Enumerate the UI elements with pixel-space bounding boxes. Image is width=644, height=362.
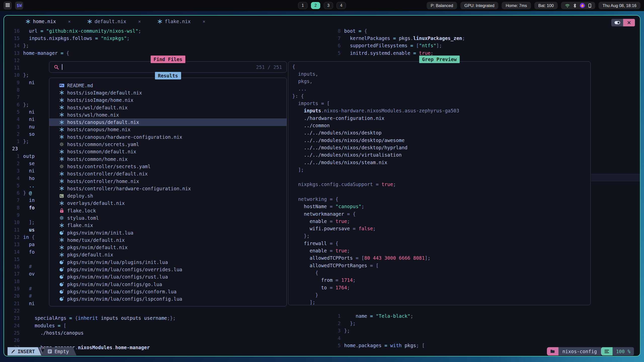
clock-pill: Thu Aug 08, 18:16 xyxy=(598,2,640,9)
find-files-search-box[interactable]: Find Files 251 / 251 xyxy=(49,61,287,73)
result-item[interactable]: README.md xyxy=(49,82,287,89)
right-editor-cursorline xyxy=(591,174,640,181)
code-line: 26 xyxy=(8,336,176,344)
nix-file-icon xyxy=(59,171,64,176)
preview-line: inputs.nixos-hardware.nixosModules.asus-… xyxy=(292,107,459,114)
lua-file-icon xyxy=(59,260,64,264)
preview-line: ./hardware-configuration.nix xyxy=(292,114,459,122)
close-window-button[interactable]: ✕ xyxy=(623,19,635,26)
nix-file-icon xyxy=(59,134,64,139)
right-editor-pane-bottom[interactable]: 1 name = "Tela-black";2 };3};45home.pack… xyxy=(334,312,425,349)
lua-file-icon xyxy=(59,297,64,301)
result-item[interactable]: pkgs/nvim/default.nix xyxy=(49,244,287,251)
result-item[interactable]: pkgs/default.nix xyxy=(49,251,287,258)
result-item[interactable]: pkgs/nvim/nvim/lua/configs/rust.lua xyxy=(49,273,287,281)
result-path: pkgs/nvim/nvim/lua/configs/go.lua xyxy=(67,282,162,287)
preview-line: ../../modules/nixos/desktop xyxy=(292,129,459,137)
nix-file-icon xyxy=(59,149,64,154)
nix-file-icon xyxy=(59,252,64,257)
nix-file-icon xyxy=(59,105,64,110)
term-file-icon xyxy=(59,194,64,198)
result-item[interactable]: hosts/controller/secrets.yaml xyxy=(49,163,287,170)
result-item[interactable]: flake.nix xyxy=(49,222,287,229)
result-item[interactable]: hosts/isoImage/home.nix xyxy=(49,97,287,104)
result-item[interactable]: hosts/isoImage/default.nix xyxy=(49,89,287,96)
result-item[interactable]: hosts/controller/default.nix xyxy=(49,170,287,177)
tab-default.nix[interactable]: default.nix✕ xyxy=(87,19,141,24)
result-item[interactable]: flake.lock xyxy=(49,207,287,214)
preview-line: allowedTCPPorts = [80 443 3000 6666 8081… xyxy=(292,254,459,262)
workspace-2[interactable]: 2 xyxy=(311,2,320,9)
code-line: 1 name = "Tela-black"; xyxy=(334,312,425,320)
result-item[interactable]: hosts/canopus/default.nix xyxy=(49,118,287,126)
nix-file-icon xyxy=(59,201,64,206)
result-item[interactable]: hosts/common/home.nix xyxy=(49,155,287,163)
bluetooth-icon xyxy=(573,4,576,8)
result-item[interactable]: pkgs/nvim/nvim/lua/configs/lspconfig.lua xyxy=(49,295,287,303)
mode-segment: INSERT xyxy=(8,347,42,355)
workspace-logo-button[interactable]: $W xyxy=(15,2,23,10)
result-path: flake.nix xyxy=(67,222,93,228)
result-item[interactable]: hosts/controller/hardware-configuration.… xyxy=(49,185,287,192)
result-path: hosts/controller/default.nix xyxy=(67,171,148,176)
find-files-title: Find Files xyxy=(150,56,185,63)
result-item[interactable]: pkgs/nvim/nvim/lua/plugins/init.lua xyxy=(49,258,287,266)
grep-preview-code: { inputs, pkgs, ...}: { imports = [ inpu… xyxy=(292,63,459,306)
preview-line: wifi.powersave = false; xyxy=(292,225,459,232)
result-item[interactable]: hosts/wsl/home.nix xyxy=(49,111,287,118)
editor-window: home.nix✕default.nix✕flake.nix✕ ✕ 16 url… xyxy=(4,15,640,356)
close-tab-icon[interactable]: ✕ xyxy=(203,19,205,24)
workspace-4[interactable]: 4 xyxy=(337,2,346,9)
close-tab-icon[interactable]: ✕ xyxy=(68,19,71,24)
search-icon xyxy=(54,65,59,70)
preview-line: }; xyxy=(292,232,459,240)
results-list: README.mdhosts/isoImage/default.nixhosts… xyxy=(49,78,287,303)
code-line: 15 inputs.nixpkgs.follows = "nixpkgs"; xyxy=(8,34,176,42)
tab-home.nix[interactable]: home.nix✕ xyxy=(26,19,71,24)
results-title: Results xyxy=(155,72,181,79)
statusline-right: nixos-config 100 % xyxy=(547,347,634,355)
tab-label: home.nix xyxy=(33,19,56,24)
result-path: stylua.toml xyxy=(67,215,99,221)
vpn-icon xyxy=(580,3,585,8)
code-line: 24 modules = [ xyxy=(8,322,176,329)
code-line: 4 xyxy=(334,334,425,342)
workspace-3[interactable]: 3 xyxy=(324,2,333,9)
result-path: pkgs/nvim/nvim/lua/configs/conform.lua xyxy=(67,289,177,294)
result-item[interactable]: stylua.toml xyxy=(49,214,287,221)
result-item[interactable]: pkgs/nvim/nvim/lua/configs/conform.lua xyxy=(49,288,287,295)
scroll-segment xyxy=(601,347,613,355)
status-pill: GPU: Integrated xyxy=(460,2,498,9)
result-item[interactable]: deploy.sh xyxy=(49,192,287,199)
result-path: hosts/canopus/home.nix xyxy=(67,127,131,132)
result-item[interactable]: pkgs/nvim/nvim/lua/configs/go.lua xyxy=(49,281,287,288)
result-item[interactable]: hosts/wsl/default.nix xyxy=(49,104,287,111)
right-editor-pane-top[interactable]: 8boot = {7 kernelPackages = pkgs.linuxPa… xyxy=(334,27,465,57)
code-line: 6 supportedFilesystems = ["ntfs"]; xyxy=(334,42,465,49)
tab-label: flake.nix xyxy=(165,19,191,24)
tab-flake.nix[interactable]: flake.nix✕ xyxy=(157,19,205,24)
result-item[interactable]: hosts/controller/home.nix xyxy=(49,177,287,185)
preview-line: { xyxy=(292,269,459,276)
result-item[interactable]: hosts/common/default.nix xyxy=(49,148,287,155)
result-path: deploy.sh xyxy=(67,193,93,199)
result-item[interactable]: pkgs/nvim/nvim/init.lua xyxy=(49,229,287,236)
nix-file-icon xyxy=(59,223,64,228)
workspace-switcher: 1234 xyxy=(298,0,346,11)
result-item[interactable]: hosts/canopus/hardware-configuration.nix xyxy=(49,133,287,141)
pin-toggle-button[interactable] xyxy=(611,19,623,26)
find-files-popup: Find Files 251 / 251 Results README.mdho… xyxy=(49,61,287,306)
workspace-1[interactable]: 1 xyxy=(298,2,307,9)
system-tray[interactable] xyxy=(561,2,595,9)
result-item[interactable]: home/tux/default.nix xyxy=(49,236,287,244)
launcher-button[interactable] xyxy=(4,2,12,10)
result-item[interactable]: overlays/default.nix xyxy=(49,200,287,207)
result-item[interactable]: pkgs/nvim/nvim/lua/configs/overrides.lua xyxy=(49,266,287,273)
result-item[interactable]: hosts/canopus/home.nix xyxy=(49,126,287,133)
result-path: home/tux/default.nix xyxy=(67,237,125,243)
statusline-left: INSERT Empty xyxy=(8,347,76,355)
close-tab-icon[interactable]: ✕ xyxy=(138,19,141,24)
preview-line: enable = true; xyxy=(292,247,459,254)
folder-segment xyxy=(547,347,558,355)
result-item[interactable]: hosts/common/secrets.yaml xyxy=(49,141,287,148)
